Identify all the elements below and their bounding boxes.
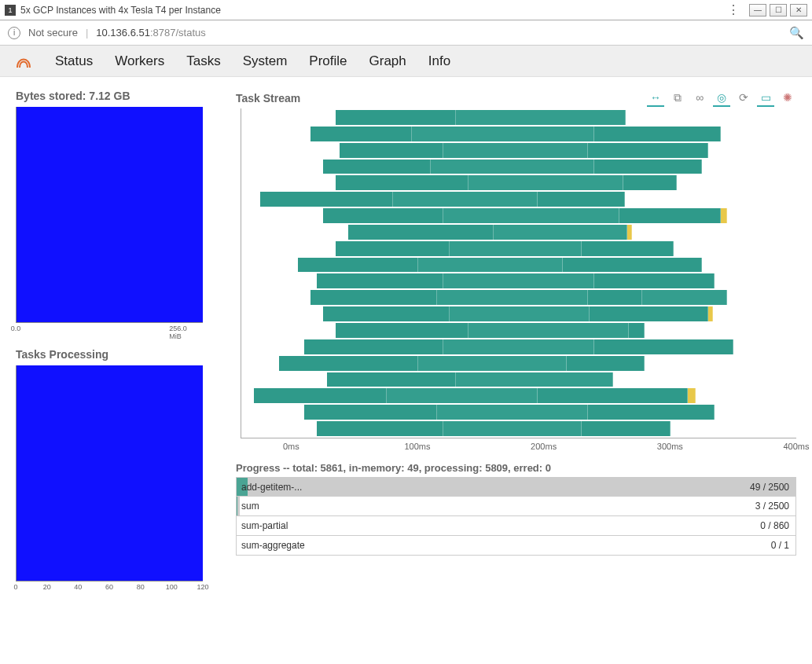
- task-bar[interactable]: [348, 225, 494, 240]
- reset-tool-icon[interactable]: ⟳: [735, 90, 752, 107]
- task-bar[interactable]: [708, 306, 713, 321]
- task-bar[interactable]: [387, 388, 538, 403]
- task-bar[interactable]: [642, 290, 727, 305]
- task-bar[interactable]: [323, 160, 430, 174]
- task-stream-chart[interactable]: [241, 108, 796, 438]
- nav-tab-tasks[interactable]: Tasks: [186, 53, 220, 69]
- task-bar[interactable]: [627, 225, 632, 240]
- task-bar[interactable]: [443, 208, 620, 223]
- task-bar[interactable]: [468, 175, 623, 190]
- pan-tool-icon[interactable]: ↔: [647, 90, 664, 107]
- axis-tick: 80: [137, 583, 145, 591]
- nav-tab-info[interactable]: Info: [428, 53, 450, 69]
- task-bar[interactable]: [336, 175, 468, 190]
- task-bar[interactable]: [254, 388, 386, 403]
- window-maximize-button[interactable]: ☐: [770, 4, 787, 17]
- hover-tool-icon[interactable]: ▭: [757, 90, 774, 107]
- window-close-button[interactable]: ✕: [790, 4, 807, 17]
- task-bar[interactable]: [317, 421, 443, 436]
- task-bar[interactable]: [443, 421, 582, 436]
- nav-tab-system[interactable]: System: [243, 53, 288, 69]
- task-bar[interactable]: [304, 339, 443, 354]
- task-bar[interactable]: [327, 372, 456, 387]
- task-bar[interactable]: [494, 225, 627, 240]
- nav-tab-profile[interactable]: Profile: [309, 53, 347, 69]
- wheel-zoom-tool-icon[interactable]: ∞: [691, 90, 708, 107]
- progress-task-count: 0 / 1: [771, 540, 795, 551]
- task-bar[interactable]: [594, 339, 733, 354]
- progress-task-name: sum-partial: [237, 520, 288, 531]
- task-bar[interactable]: [619, 208, 720, 223]
- task-bar[interactable]: [323, 208, 443, 223]
- bytes-stored-chart[interactable]: [16, 107, 203, 323]
- progress-row[interactable]: sum-aggregate0 / 1: [236, 536, 796, 556]
- task-stream-row: [241, 372, 796, 387]
- nav-tab-workers[interactable]: Workers: [115, 53, 164, 69]
- task-bar[interactable]: [443, 339, 595, 354]
- task-bar[interactable]: [298, 258, 417, 273]
- task-bar[interactable]: [450, 306, 590, 321]
- site-info-icon[interactable]: i: [8, 27, 20, 39]
- task-bar[interactable]: [393, 192, 538, 207]
- task-bar[interactable]: [582, 421, 670, 436]
- task-bar[interactable]: [260, 192, 392, 207]
- bytes-stored-title: Bytes stored: 7.12 GB: [16, 90, 228, 102]
- task-stream-row: [241, 175, 796, 190]
- task-bar[interactable]: [418, 258, 564, 273]
- task-bar[interactable]: [563, 258, 702, 273]
- task-bar[interactable]: [340, 143, 443, 158]
- address-bar[interactable]: i Not secure | 10.136.6.51:8787/status 🔍: [0, 20, 812, 46]
- task-bar[interactable]: [594, 160, 701, 174]
- task-bar[interactable]: [323, 306, 449, 321]
- task-bar[interactable]: [594, 273, 714, 288]
- axis-tick: 20: [43, 583, 51, 591]
- tap-tool-icon[interactable]: ◎: [713, 90, 730, 107]
- task-bar[interactable]: [336, 323, 468, 338]
- kebab-menu-icon[interactable]: ⋮: [727, 2, 740, 17]
- task-bar[interactable]: [443, 143, 589, 158]
- task-bar[interactable]: [443, 273, 595, 288]
- task-bar[interactable]: [588, 405, 714, 420]
- task-bar[interactable]: [418, 356, 567, 371]
- progress-task-count: 3 / 2500: [755, 501, 795, 512]
- task-stream-row: [241, 258, 796, 273]
- task-bar[interactable]: [336, 110, 455, 125]
- task-bar[interactable]: [468, 323, 629, 338]
- nav-tab-status[interactable]: Status: [55, 53, 93, 69]
- task-bar[interactable]: [412, 127, 595, 141]
- task-bar[interactable]: [310, 290, 436, 305]
- task-bar[interactable]: [567, 356, 645, 371]
- task-bar[interactable]: [450, 241, 582, 256]
- bokeh-logo-icon[interactable]: ✺: [779, 90, 796, 107]
- task-bar[interactable]: [304, 405, 436, 420]
- task-bar[interactable]: [688, 388, 696, 403]
- task-bar[interactable]: [590, 306, 708, 321]
- task-bar[interactable]: [594, 127, 720, 141]
- box-zoom-tool-icon[interactable]: ⧉: [669, 90, 686, 107]
- progress-row[interactable]: sum-partial0 / 860: [236, 516, 796, 536]
- task-bar[interactable]: [310, 127, 411, 141]
- task-bar[interactable]: [437, 405, 589, 420]
- task-stream-row: [241, 241, 796, 256]
- tasks-processing-chart[interactable]: [16, 365, 203, 581]
- task-bar[interactable]: [721, 208, 727, 223]
- task-bar[interactable]: [582, 241, 674, 256]
- task-bar[interactable]: [431, 160, 595, 174]
- progress-row[interactable]: add-getitem-...49 / 2500: [236, 477, 796, 497]
- window-minimize-button[interactable]: —: [749, 4, 766, 17]
- progress-row[interactable]: sum3 / 2500: [236, 497, 796, 516]
- zoom-icon[interactable]: 🔍: [789, 26, 804, 40]
- task-bar[interactable]: [623, 175, 676, 190]
- task-bar[interactable]: [317, 273, 443, 288]
- task-bar[interactable]: [538, 192, 625, 207]
- task-bar[interactable]: [538, 388, 688, 403]
- task-bar[interactable]: [279, 356, 418, 371]
- task-bar[interactable]: [456, 110, 626, 125]
- task-bar[interactable]: [336, 241, 449, 256]
- task-bar[interactable]: [629, 323, 645, 338]
- task-bar[interactable]: [437, 290, 589, 305]
- task-bar[interactable]: [456, 372, 614, 387]
- task-bar[interactable]: [588, 290, 642, 305]
- nav-tab-graph[interactable]: Graph: [369, 53, 406, 69]
- task-bar[interactable]: [588, 143, 707, 158]
